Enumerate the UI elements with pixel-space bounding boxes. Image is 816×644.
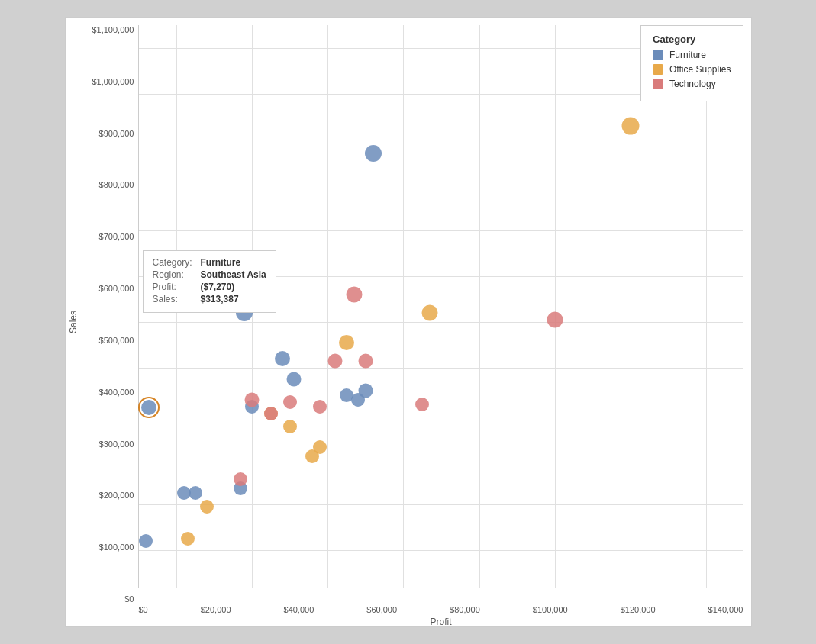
data-dot[interactable]	[245, 392, 260, 407]
y-tick: $600,000	[99, 284, 134, 293]
tooltip-profit-row: Profit: ($7,270)	[153, 282, 266, 292]
data-dot[interactable]	[139, 534, 153, 548]
data-dot[interactable]	[422, 304, 438, 320]
y-tick: $500,000	[99, 336, 134, 345]
tooltip-category-label: Category:	[153, 257, 195, 268]
data-dot[interactable]	[234, 472, 247, 486]
data-dot[interactable]	[283, 395, 297, 409]
data-dot[interactable]	[275, 351, 290, 366]
tooltip-region-label: Region:	[153, 269, 195, 280]
data-dot[interactable]	[339, 335, 354, 350]
tooltip-category-value: Furniture	[201, 257, 241, 268]
tooltip-sales-value: $313,387	[201, 294, 239, 304]
y-tick: $300,000	[99, 440, 134, 449]
y-axis: $1,100,000 $1,000,000 $900,000 $800,000 …	[81, 18, 138, 626]
highlighted-dot[interactable]	[141, 400, 156, 415]
tooltip-sales-row: Sales: $313,387	[153, 294, 266, 304]
legend-title: Category	[653, 34, 731, 45]
y-tick: $0	[124, 594, 134, 604]
legend-item-office-supplies: Office Supplies	[653, 64, 731, 75]
data-dot[interactable]	[283, 420, 297, 433]
legend-label-furniture: Furniture	[669, 50, 706, 60]
data-dot[interactable]	[621, 117, 639, 134]
legend-item-technology: Technology	[653, 79, 731, 89]
tooltip-region-row: Region: Southeast Asia	[153, 269, 266, 280]
legend-dot-office-supplies	[653, 64, 663, 75]
data-dot[interactable]	[313, 400, 327, 414]
data-dot[interactable]	[347, 286, 363, 302]
legend-dot-technology	[653, 79, 663, 89]
data-dot[interactable]	[358, 383, 373, 398]
y-tick: $100,000	[99, 543, 134, 552]
legend-label-office-supplies: Office Supplies	[669, 64, 731, 75]
y-tick: $1,100,000	[92, 25, 134, 34]
chart-container: Sales $1,100,000 $1,000,000 $900,000 $80…	[65, 17, 752, 627]
tooltip-sales-label: Sales:	[153, 294, 195, 304]
tooltip-profit-label: Profit:	[153, 282, 195, 292]
data-dot[interactable]	[415, 398, 429, 411]
legend-item-furniture: Furniture	[653, 50, 731, 60]
data-dot[interactable]	[328, 353, 343, 368]
y-tick: $800,000	[99, 180, 134, 189]
x-axis-label: Profit	[139, 617, 743, 627]
plot-area: $0 $20,000 $40,000 $60,000 $80,000 $100,…	[138, 25, 743, 588]
legend-label-technology: Technology	[669, 79, 716, 89]
tooltip-category-row: Category: Furniture	[153, 257, 266, 268]
y-tick: $700,000	[99, 232, 134, 241]
legend: Category Furniture Office Supplies Techn…	[640, 25, 743, 101]
x-axis: $0 $20,000 $40,000 $60,000 $80,000 $100,…	[139, 605, 743, 614]
legend-dot-furniture	[653, 50, 663, 60]
data-dot[interactable]	[236, 304, 253, 321]
data-dot[interactable]	[365, 145, 382, 162]
tooltip-region-value: Southeast Asia	[201, 269, 266, 280]
tooltip-profit-value: ($7,270)	[201, 282, 235, 292]
data-dot[interactable]	[358, 353, 373, 368]
y-tick: $400,000	[99, 388, 134, 397]
data-dot[interactable]	[313, 440, 327, 454]
y-tick: $200,000	[99, 491, 134, 500]
data-dot[interactable]	[547, 311, 563, 327]
data-dot[interactable]	[181, 532, 195, 546]
y-tick: $900,000	[99, 129, 134, 138]
data-dot[interactable]	[189, 486, 202, 500]
data-dot[interactable]	[200, 500, 214, 514]
y-axis-label: Sales	[66, 18, 81, 626]
data-dot[interactable]	[286, 372, 301, 386]
y-tick: $1,000,000	[92, 77, 134, 86]
chart-area: Sales $1,100,000 $1,000,000 $900,000 $80…	[66, 18, 751, 626]
tooltip: Category: Furniture Region: Southeast As…	[143, 250, 276, 313]
data-dot[interactable]	[264, 407, 278, 420]
